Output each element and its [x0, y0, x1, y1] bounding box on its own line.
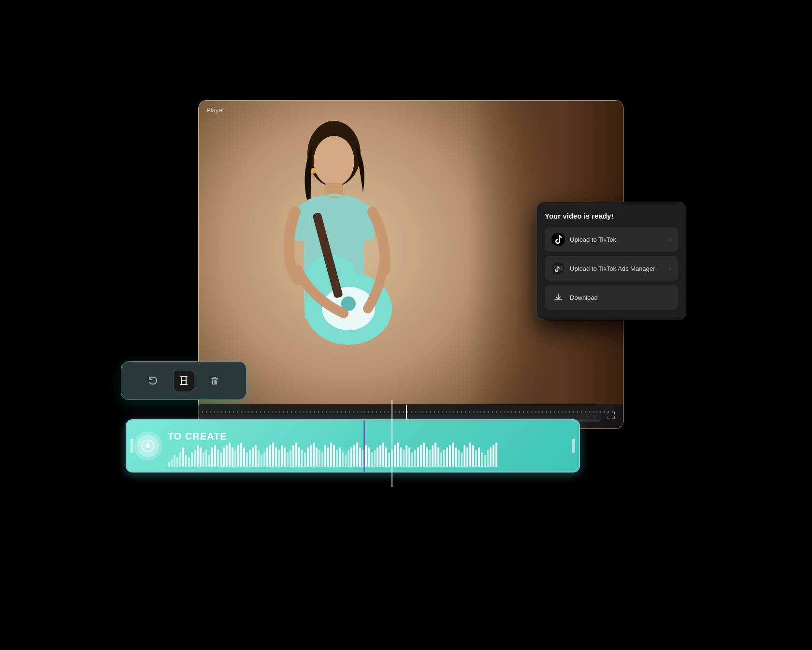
waveform-bar [200, 447, 202, 467]
waveform-bar [365, 445, 367, 467]
waveform-bar [252, 447, 254, 467]
waveform-bar [182, 447, 184, 467]
waveform-bar [208, 455, 210, 467]
waveform-bar [171, 459, 173, 467]
waveform-bar [490, 447, 492, 467]
waveform-bar [379, 445, 381, 467]
waveform-bar [211, 447, 213, 467]
waveform-bar [336, 450, 338, 467]
waveform-bar [266, 447, 268, 467]
waveform-bar [469, 443, 471, 467]
waveform [168, 444, 574, 467]
waveform-bar [290, 450, 291, 467]
waveform-bar [232, 447, 233, 467]
waveform-bar [478, 447, 480, 467]
video-content [237, 115, 479, 425]
waveform-bar [287, 452, 289, 467]
upload-tiktok-button[interactable]: Upload to TikTok › [545, 227, 678, 252]
upload-tiktok-ads-button[interactable]: Upload to TikTok Ads Manager › [545, 256, 678, 281]
waveform-bar [203, 452, 204, 467]
timeline-scrubber[interactable] [198, 405, 614, 419]
popup-title: Your video is ready! [545, 212, 678, 220]
waveform-bar [223, 447, 225, 467]
waveform-bar [284, 447, 286, 467]
download-label: Download [570, 294, 598, 301]
waveform-bar [348, 450, 349, 467]
waveform-bar [414, 450, 416, 467]
waveform-bar [408, 447, 410, 467]
undo-button[interactable] [142, 370, 163, 391]
waveform-bar [319, 450, 320, 467]
waveform-bar [493, 445, 494, 467]
waveform-bar [321, 452, 323, 467]
waveform-bar [449, 445, 451, 467]
waveform-bar [220, 452, 222, 467]
upload-tiktok-label: Upload to TikTok [570, 236, 616, 243]
waveform-bar [174, 455, 175, 467]
waveform-bar [487, 450, 489, 467]
waveform-bar [237, 445, 239, 467]
audio-track[interactable]: TO CREATE [126, 419, 580, 473]
waveform-bar [179, 452, 181, 467]
track-logo-inner [137, 435, 159, 457]
waveform-bar [275, 447, 277, 467]
player-title: Player [206, 106, 224, 114]
waveform-bar [295, 443, 297, 467]
waveform-bar [472, 445, 474, 467]
track-label: TO CREATE [168, 431, 227, 442]
waveform-bar [446, 447, 448, 467]
waveform-bar [327, 447, 329, 467]
waveform-bar [263, 452, 265, 467]
waveform-bar [281, 445, 283, 467]
waveform-bar [197, 445, 199, 467]
waveform-bar [217, 450, 219, 467]
waveform-bar [475, 450, 477, 467]
waveform-bar [316, 447, 318, 467]
trim-button[interactable] [173, 370, 194, 391]
playhead [392, 400, 392, 487]
waveform-bar [452, 443, 454, 467]
waveform-bar [292, 445, 294, 467]
waveform-bar [481, 452, 483, 467]
waveform-bar [249, 450, 251, 467]
waveform-bar [194, 450, 196, 467]
waveform-bar [484, 455, 486, 467]
waveform-bar [333, 445, 335, 467]
waveform-bar [440, 452, 442, 467]
waveform-bar [261, 455, 262, 467]
waveform-bar [243, 447, 245, 467]
tiktok-icon [551, 233, 565, 246]
waveform-bar [229, 443, 231, 467]
waveform-bar [185, 455, 187, 467]
waveform-bar [437, 447, 439, 467]
delete-button[interactable] [204, 370, 225, 391]
waveform-bar [397, 443, 399, 467]
waveform-bar [191, 452, 193, 467]
waveform-bar [371, 452, 373, 467]
waveform-bar [411, 452, 413, 467]
waveform-bar [359, 447, 361, 467]
waveform-bar [466, 447, 468, 467]
waveform-bar [443, 450, 445, 467]
waveform-bar [342, 452, 344, 467]
waveform-bar [464, 445, 465, 467]
waveform-bar [458, 450, 460, 467]
waveform-bar [188, 457, 190, 467]
waveform-bar [432, 445, 434, 467]
waveform-bar [495, 443, 497, 467]
waveform-bar [278, 450, 280, 467]
waveform-bar [234, 450, 236, 467]
waveform-bar [240, 443, 242, 467]
waveform-bar [214, 445, 216, 467]
download-button[interactable]: Download [545, 285, 678, 310]
waveform-bar [345, 455, 347, 467]
waveform-bar [429, 450, 431, 467]
waveform-bar [269, 445, 271, 467]
waveform-bar [385, 447, 387, 467]
svg-point-1 [314, 136, 354, 186]
waveform-bar [377, 447, 378, 467]
download-icon [551, 291, 565, 304]
upload-tiktok-arrow: › [669, 236, 671, 243]
waveform-bar [272, 443, 274, 467]
waveform-bar [388, 452, 390, 467]
